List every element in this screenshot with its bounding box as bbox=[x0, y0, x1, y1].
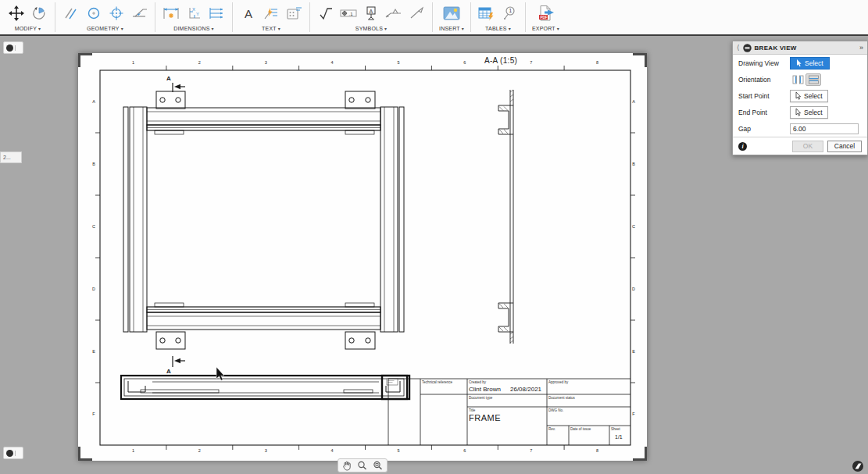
info-icon[interactable]: i bbox=[738, 142, 747, 151]
circle-icon bbox=[86, 5, 102, 21]
drawing-sheet[interactable]: A-A (1:5) A A Technical reference Create… bbox=[78, 53, 647, 461]
text-tool-button[interactable]: A bbox=[239, 3, 258, 23]
expand-panel-icon[interactable]: » bbox=[859, 44, 863, 52]
center-mark-tool-button[interactable] bbox=[107, 3, 126, 23]
cancel-button[interactable]: Cancel bbox=[827, 141, 862, 152]
baseline-dimension-tool-button[interactable] bbox=[207, 3, 226, 23]
pan-button[interactable] bbox=[341, 459, 355, 472]
dimension-tool-button[interactable] bbox=[162, 3, 180, 23]
taper-symbol-tool-button[interactable] bbox=[407, 3, 426, 23]
toolbar-group-dimensions: X Y DIMENSIONS ▾ bbox=[156, 0, 231, 34]
leader-text-tool-button[interactable] bbox=[262, 3, 280, 23]
drawing-view-select-button[interactable]: Select bbox=[790, 57, 830, 69]
section-view[interactable] bbox=[498, 90, 513, 344]
panel-handle-icon bbox=[15, 451, 19, 456]
circle-tool-button[interactable] bbox=[84, 3, 103, 23]
zoom-window-button[interactable] bbox=[370, 459, 384, 472]
gap-label: Gap bbox=[738, 125, 790, 133]
zone-grid-label: B bbox=[632, 162, 635, 166]
toolbar-dropdown-export[interactable]: EXPORT ▾ bbox=[532, 26, 559, 31]
panel-toggle-button-top[interactable] bbox=[3, 41, 23, 54]
weld-symbol-tool-button[interactable] bbox=[384, 3, 403, 23]
start-point-select-button[interactable]: Select bbox=[790, 90, 828, 102]
vertical-break-button[interactable] bbox=[790, 73, 805, 86]
zone-grid-label: E bbox=[92, 349, 95, 354]
toolbar-group-insert: INSERT ▾ bbox=[434, 0, 470, 34]
zone-grid-label: D bbox=[632, 287, 635, 291]
zone-grid-label: C bbox=[92, 224, 95, 229]
toolbar-separator bbox=[232, 2, 233, 32]
pdf-badge-label: PDF bbox=[540, 16, 547, 20]
horizontal-break-button[interactable] bbox=[805, 73, 821, 86]
orientation-row: Orientation bbox=[733, 71, 867, 87]
move-tool-button[interactable] bbox=[7, 3, 26, 23]
autodesk-logo-badge[interactable] bbox=[852, 461, 863, 472]
toolbar: MODIFY ▾ bbox=[0, 0, 868, 36]
toolbar-separator bbox=[432, 2, 433, 32]
panel-title: BREAK VIEW bbox=[755, 45, 797, 52]
chevron-down-icon: ▾ bbox=[38, 26, 41, 31]
section-line-bottom[interactable] bbox=[173, 356, 185, 367]
collapse-icon[interactable]: ⟨ bbox=[737, 44, 740, 52]
toolbar-separator bbox=[55, 2, 55, 32]
balloon-tool-button[interactable]: 1 bbox=[500, 3, 519, 23]
toolbar-group-label: DIMENSIONS bbox=[173, 26, 209, 31]
toolbar-group-label: MODIFY bbox=[15, 26, 37, 31]
end-point-row: End Point Select bbox=[733, 104, 867, 120]
zone-grid-label: A bbox=[92, 99, 95, 104]
drawing-view-label: Drawing View bbox=[738, 59, 790, 67]
export-pdf-button[interactable]: PDF bbox=[534, 3, 558, 23]
rotate-tool-button[interactable] bbox=[30, 3, 48, 23]
ordinate-dimension-tool-button[interactable]: X Y bbox=[184, 3, 203, 23]
toolbar-group-tables: 1 TABLES ▾ bbox=[472, 0, 524, 34]
title-block-approved-by-label: Approved by bbox=[548, 380, 568, 384]
break-view-panel-header[interactable]: ⟨ BREAK VIEW » bbox=[733, 41, 867, 55]
zone-grid-label: 8 bbox=[596, 448, 598, 453]
taper-arrow-icon bbox=[409, 5, 424, 21]
move-icon bbox=[9, 5, 24, 21]
front-view[interactable] bbox=[123, 91, 404, 349]
edge-symbol-icon bbox=[130, 5, 148, 21]
tolerance-icon: .1 bbox=[339, 5, 358, 21]
drawing-canvas[interactable]: A-A (1:5) A A Technical reference Create… bbox=[0, 37, 868, 474]
note-form-tool-button[interactable] bbox=[284, 3, 303, 23]
toolbar-dropdown-tables[interactable]: TABLES ▾ bbox=[485, 26, 511, 31]
zoom-button[interactable] bbox=[355, 459, 370, 472]
chevron-down-icon: ▾ bbox=[212, 26, 214, 31]
toolbar-dropdown-insert[interactable]: INSERT ▾ bbox=[439, 26, 464, 31]
panel-toggle-button-bottom[interactable] bbox=[3, 447, 23, 459]
toolbar-dropdown-dimensions[interactable]: DIMENSIONS ▾ bbox=[173, 26, 214, 31]
insert-image-button[interactable] bbox=[440, 3, 463, 23]
toolbar-dropdown-geometry[interactable]: GEOMETRY ▾ bbox=[87, 26, 123, 31]
section-line-top[interactable] bbox=[173, 83, 185, 92]
zone-grid-label: 3 bbox=[265, 448, 267, 453]
feature-control-frame-tool-button[interactable]: .1 bbox=[339, 3, 358, 23]
bottom-view[interactable] bbox=[121, 376, 409, 399]
zone-grid-label: 7 bbox=[530, 60, 532, 65]
zone-grid-label: C bbox=[632, 224, 635, 229]
baseline-dimension-icon bbox=[208, 5, 225, 21]
toolbar-dropdown-modify[interactable]: MODIFY ▾ bbox=[15, 26, 41, 31]
datum-identifier-tool-button[interactable]: A bbox=[362, 3, 380, 23]
ordinate-dimension-icon: X Y bbox=[185, 5, 202, 21]
browser-tab[interactable]: 2... bbox=[0, 151, 22, 163]
table-tool-button[interactable] bbox=[477, 3, 496, 23]
toolbar-dropdown-text[interactable]: TEXT ▾ bbox=[262, 26, 280, 31]
toolbar-group-geometry: GEOMETRY ▾ bbox=[56, 0, 154, 34]
edge-extension-tool-button[interactable] bbox=[130, 3, 148, 23]
zone-grid-label: 8 bbox=[596, 60, 598, 65]
select-button-label: Select bbox=[804, 92, 823, 100]
end-point-select-button[interactable]: Select bbox=[790, 106, 828, 119]
title-block-created-date: 26/08/2021 bbox=[510, 386, 541, 393]
toolbar-group-label: TEXT bbox=[262, 26, 277, 31]
view-navigation-bar bbox=[338, 458, 388, 472]
surface-texture-tool-button[interactable] bbox=[316, 3, 335, 23]
offset-tool-button[interactable] bbox=[62, 3, 80, 23]
linear-dimension-icon bbox=[163, 5, 180, 21]
gap-input[interactable] bbox=[790, 123, 859, 134]
panel-footer: i OK Cancel bbox=[733, 137, 867, 155]
ok-button[interactable]: OK bbox=[792, 141, 823, 152]
toolbar-dropdown-symbols[interactable]: SYMBOLS ▾ bbox=[355, 26, 387, 31]
toolbar-group-label: SYMBOLS bbox=[355, 26, 383, 31]
toolbar-group-export: PDF EXPORT ▾ bbox=[527, 0, 565, 34]
